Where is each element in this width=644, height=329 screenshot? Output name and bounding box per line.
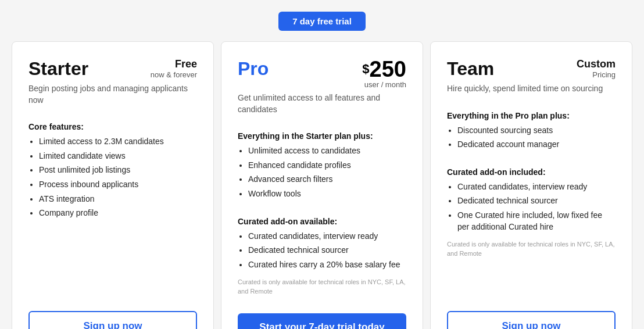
- feature-item: Limited access to 2.3M candidates: [39, 136, 197, 148]
- plan-card-pro: Pro $250 user / month Get unlimited acce…: [221, 41, 423, 329]
- feature-list-starter: Limited access to 2.3M candidatesLimited…: [28, 136, 197, 222]
- disclaimer-pro: Curated is only available for technical …: [238, 278, 406, 296]
- feature-item: Limited candidate views: [39, 151, 197, 162]
- plan-description-team: Hire quickly, spend limited time on sour…: [447, 83, 616, 95]
- cta-button-pro[interactable]: Start your 7-day trial today: [238, 313, 406, 329]
- feature-item: Dedicated technical sourcer: [248, 245, 406, 256]
- section1-title-pro: Everything in the Starter plan plus:: [238, 131, 406, 141]
- plan-header-team: Team Custom Pricing: [447, 58, 616, 80]
- feature-item: Post unlimited job listings: [39, 164, 197, 176]
- feature-item: Discounted sourcing seats: [457, 125, 616, 137]
- feature-item: ATS integration: [39, 194, 197, 205]
- pricing-container: Starter Free now & forever Begin posting…: [8, 41, 636, 329]
- feature-item: Process inbound applicants: [39, 179, 197, 191]
- feature-item: Curated hires carry a 20% base salary fe…: [248, 259, 406, 271]
- feature-item: Company profile: [39, 208, 197, 219]
- cta-button-starter[interactable]: Sign up now: [28, 311, 197, 329]
- feature-item: Advanced search filters: [248, 174, 406, 185]
- plan-header-pro: Pro $250 user / month: [238, 58, 406, 89]
- feature-item: Enhanced candidate profiles: [248, 160, 406, 171]
- plan-description-pro: Get unlimited access to all features and…: [238, 92, 406, 115]
- section1-title-starter: Core features:: [28, 122, 197, 131]
- trial-badge: 7 day free trial: [278, 12, 366, 31]
- plan-price-starter: Free now & forever: [151, 58, 197, 79]
- feature-list-team: Discounted sourcing seatsDedicated accou…: [447, 125, 616, 153]
- feature-item: Unlimited access to candidates: [248, 145, 406, 157]
- disclaimer-team: Curated is only available for technical …: [447, 240, 616, 258]
- feature-item: Workflow tools: [248, 188, 406, 200]
- feature-item: Curated candidates, interview ready: [457, 181, 616, 193]
- cta-button-team[interactable]: Sign up now: [447, 311, 616, 329]
- addon-list-pro: Curated candidates, interview readyDedic…: [238, 231, 406, 274]
- plan-name-team: Team: [447, 58, 494, 80]
- plan-description-starter: Begin posting jobs and managing applican…: [28, 83, 197, 106]
- feature-item: Curated candidates, interview ready: [248, 231, 406, 242]
- addon-list-team: Curated candidates, interview readyDedic…: [447, 181, 616, 235]
- plan-price-team: Custom Pricing: [577, 58, 616, 79]
- section2-title-team: Curated add-on included:: [447, 167, 616, 177]
- plan-price-pro: $250 user / month: [362, 58, 406, 89]
- feature-item: One Curated hire included, low fixed fee…: [457, 210, 616, 233]
- feature-item: Dedicated technical sourcer: [457, 195, 616, 207]
- plan-header-starter: Starter Free now & forever: [28, 58, 197, 80]
- plan-card-team: Team Custom Pricing Hire quickly, spend …: [430, 41, 632, 329]
- feature-item: Dedicated account manager: [457, 139, 616, 151]
- feature-list-pro: Unlimited access to candidatesEnhanced c…: [238, 145, 406, 202]
- plan-name-starter: Starter: [28, 58, 88, 80]
- section1-title-team: Everything in the Pro plan plus:: [447, 111, 616, 120]
- section2-title-pro: Curated add-on available:: [238, 217, 406, 226]
- plan-name-pro: Pro: [238, 58, 269, 80]
- plan-card-starter: Starter Free now & forever Begin posting…: [12, 41, 214, 329]
